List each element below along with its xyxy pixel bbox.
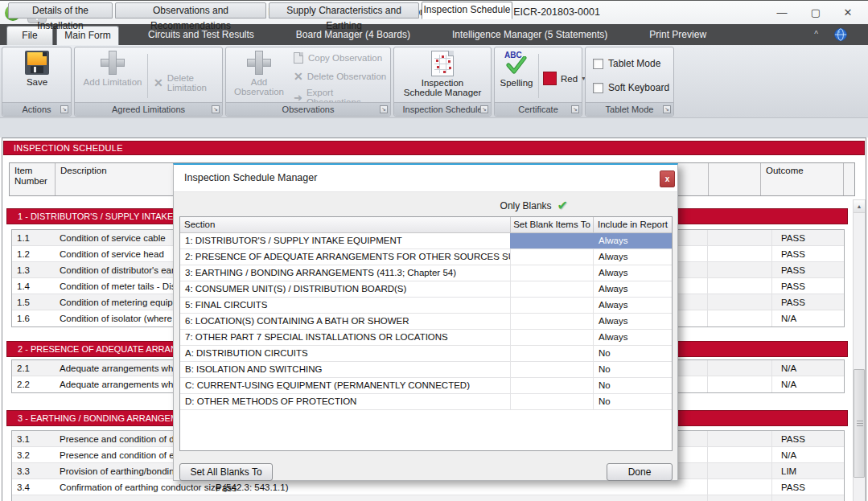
maximize-button[interactable]: ▢ [802,4,829,22]
column-blank [708,163,760,195]
add-observation-button[interactable]: Add Observation [231,51,287,97]
set-blank-cell[interactable] [510,249,593,265]
delete-observation-button[interactable]: ✕ Delete Observation [294,70,386,83]
include-in-report-value[interactable]: Always [593,265,672,281]
dialog-row[interactable]: 2: PRESENCE OF ADEQUATE ARRANGEMENTS FOR… [180,249,672,265]
observations-dialog-launcher-icon[interactable]: ↘ [380,105,388,113]
item-number: 2.2 [12,376,54,392]
include-in-report-value[interactable]: No [593,394,672,409]
tablet-mode-checkbox[interactable]: Tablet Mode [593,58,660,69]
section-name: 7: OTHER PART 7 SPECIAL INSTALLATIONS OR… [180,330,510,345]
certificate-dialog-launcher-icon[interactable]: ↘ [571,105,579,113]
include-in-report-value[interactable]: Always [593,233,672,248]
column-section: Section [180,217,510,232]
schedule-row[interactable]: 3.4 Confirmation of earthing conductor s… [12,479,844,495]
dialog-table-header: Section Set Blank Items To Include in Re… [180,217,672,233]
save-icon [25,51,49,75]
dialog-close-button[interactable]: x [660,170,675,187]
tablet-mode-dialog-launcher-icon[interactable]: ↘ [663,105,671,113]
spelling-button[interactable]: ABC Spelling [498,51,535,88]
tab-supply-characteristics[interactable]: Supply Characteristics and Earthing [269,2,419,18]
spellcheck-icon: ABC [503,51,530,76]
item-blank-cell [707,447,771,463]
scrollbar-thumb[interactable] [854,369,865,478]
schedule-row[interactable] [12,495,844,501]
include-in-report-value[interactable]: Always [593,249,672,265]
ribbon-tab[interactable]: Print Preview [628,24,727,45]
dialog-row[interactable]: B: ISOLATION AND SWITCHING No [180,362,672,378]
ribbon-tab[interactable]: Intelligence Manager (5 Statements) [431,24,628,45]
group-tablet-mode-label: Tablet Mode [586,102,673,116]
agreed-limitations-dialog-launcher-icon[interactable]: ↘ [212,105,220,113]
item-outcome: PASS [771,246,844,262]
copy-observation-button[interactable]: Copy Observation [294,52,382,64]
tab-observations-recommendations[interactable]: Observations and Recommendations [115,2,266,18]
tab-details-of-installation[interactable]: Details of the Installation [8,2,113,18]
item-number [12,495,54,501]
item-outcome: PASS [771,431,844,447]
include-in-report-value[interactable]: No [593,346,672,361]
item-blank-cell [707,360,771,376]
dialog-row[interactable]: D: OTHER METHODS OF PROTECTION No [180,394,672,410]
set-blank-cell[interactable] [510,378,593,393]
dialog-row[interactable]: 6: LOCATION(S) CONTAINING A BATH OR SHOW… [180,314,672,330]
done-button[interactable]: Done [607,463,673,481]
dialog-row[interactable]: 7: OTHER PART 7 SPECIAL INSTALLATIONS OR… [180,330,672,346]
dialog-title: Inspection Schedule Manager [184,172,317,183]
actions-dialog-launcher-icon[interactable]: ↘ [60,105,68,113]
scroll-up-icon[interactable]: ▲ [854,200,865,213]
set-blank-cell[interactable] [510,281,593,297]
dialog-row[interactable]: 5: FINAL CIRCUITS Always [180,298,672,314]
item-blank-cell [707,376,771,392]
set-blank-cell[interactable] [510,233,593,248]
set-blank-cell[interactable] [510,265,593,281]
dialog-row[interactable]: C: CURRENT-USING EQUIPMENT (PERMANENTLY … [180,378,672,394]
tab-inspection-schedule[interactable]: Inspection Schedule [422,2,512,19]
dialog-row[interactable]: 3: EARTHING / BONDING ARRANGEMENTS (411.… [180,265,672,281]
include-in-report-value[interactable]: No [593,378,672,393]
delete-limitation-button[interactable]: ✕ Delete Limitation [154,73,222,92]
ribbon-tab-bar: File Main Form Circuits and Test Results… [0,24,868,45]
inspection-schedule-dialog-launcher-icon[interactable]: ↘ [480,105,488,113]
set-blank-cell[interactable] [510,394,593,409]
only-blanks-toggle[interactable]: Only Blanks ✔ [500,198,568,213]
section-name: 4: CONSUMER UNIT(S) / DISTRIBUTION BOARD… [180,281,510,297]
item-outcome: LIM [771,463,844,479]
set-blank-cell[interactable] [510,298,593,313]
group-actions: Save Actions ↘ [2,47,72,117]
include-in-report-value[interactable]: No [593,362,672,377]
item-number: 3.3 [12,463,54,479]
close-button[interactable]: ✕ [834,4,862,22]
save-button[interactable]: Save [13,51,61,87]
soft-keyboard-checkbox[interactable]: Soft Keyboard [593,82,669,93]
item-blank-cell [707,495,771,501]
set-blank-cell[interactable] [510,362,593,377]
minimize-button[interactable]: — [768,4,796,22]
item-number: 2.1 [12,360,54,376]
set-all-blanks-button[interactable]: Set All Blanks To Pass [179,463,273,481]
collapse-ribbon-icon[interactable]: ^ [814,30,818,39]
inspection-schedule-manager-button[interactable]: Inspection Schedule Manager [399,51,486,97]
add-limitation-button[interactable]: Add Limitation [81,51,144,87]
include-in-report-value[interactable]: Always [593,281,672,297]
item-outcome: PASS [771,294,844,310]
document-tab-strip [0,118,868,138]
item-outcome: PASS [771,262,844,278]
item-number: 3.2 [12,447,54,463]
include-in-report-value[interactable]: Always [593,330,672,345]
dialog-row[interactable]: 1: DISTRIBUTOR'S / SUPPLY INTAKE EQUIPME… [180,233,672,249]
group-observations-label: Observations [226,102,390,116]
certificate-colour-dropdown[interactable]: Red ▼ [543,72,586,85]
set-blank-cell[interactable] [510,314,593,329]
dialog-row[interactable]: 4: CONSUMER UNIT(S) / DISTRIBUTION BOARD… [180,281,672,298]
include-in-report-value[interactable]: Always [593,298,672,313]
vertical-scrollbar[interactable]: ▲ [853,199,866,501]
inspection-schedule-manager-dialog: Inspection Schedule Manager x Only Blank… [173,163,678,481]
include-in-report-value[interactable]: Always [593,314,672,329]
set-blank-cell[interactable] [510,346,593,361]
dialog-row[interactable]: A: DISTRIBUTION CIRCUITS No [180,346,672,362]
item-blank-cell [707,431,771,447]
help-globe-icon[interactable] [834,28,847,41]
plus-icon [247,51,271,75]
set-blank-cell[interactable] [510,330,593,345]
